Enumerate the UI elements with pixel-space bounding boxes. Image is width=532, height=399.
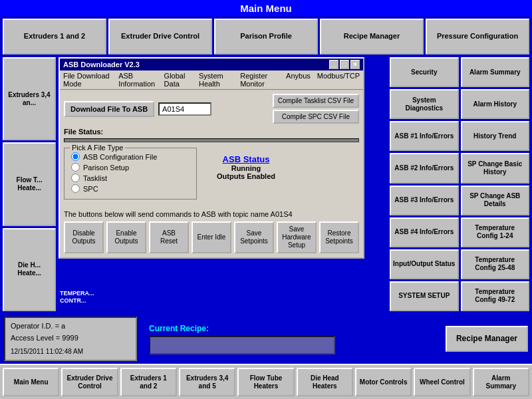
taskbar-btn-extruders-34-tb[interactable]: Extruders 3,4 and 5 [179, 368, 235, 396]
asb-menu-system-health[interactable]: System Health [199, 72, 233, 88]
asb-command-label: The buttons below will send commands to … [64, 210, 359, 218]
right-btn-temp-config-1-24[interactable]: Temperature Config 1-24 [461, 217, 530, 247]
right-btn-history-trend[interactable]: History Trend [461, 121, 530, 151]
asb-cmd-enable-outputs[interactable]: Enable Outputs [106, 221, 146, 253]
asb-title-bar: ASB Downloader V2.3 _ □ ✕ [60, 59, 363, 70]
asb-status-outputs: Outputs Enabled [217, 172, 275, 180]
right-btn-system-setup[interactable]: SYSTEM SETUP [390, 281, 459, 311]
top-tab-extruder-drive[interactable]: Extruder Drive Control [108, 19, 212, 55]
asb-menu-global-data[interactable]: Global Data [164, 72, 192, 88]
asb-row1: Download File To ASB Compile Tasklist CS… [64, 94, 359, 124]
operator-box: Operator I.D. = a Access Level = 9999 12… [4, 317, 137, 360]
file-type-group: Pick A File Type ASB Configuration File … [64, 148, 197, 200]
download-file-button[interactable]: Download File To ASB [64, 101, 154, 117]
current-recipe-label: Current Recipe: [149, 324, 434, 333]
compile-spc-button[interactable]: Compile SPC CSV File [273, 110, 359, 124]
main-content: Extruders 3,4 an...Flow T... Heate...Die… [0, 55, 532, 314]
asb-buttons-row: Disable OutputsEnable OutputsASB ResetEn… [64, 221, 359, 253]
right-btn-asb2[interactable]: ASB #2 Info/Errors [390, 153, 459, 183]
center-area: TEMPERA...CONTR... ASB Downloader V2.3 _… [59, 57, 387, 311]
recipe-value-box [149, 336, 335, 354]
taskbar-btn-flow-tube-tb[interactable]: Flow Tube Heaters [237, 368, 294, 396]
access-level: Access Level = 9999 [11, 332, 130, 344]
current-recipe-area: Current Recipe: [142, 324, 434, 354]
top-nav: Extruders 1 and 2Extruder Drive ControlP… [0, 16, 532, 55]
asb-cmd-save-setpoints[interactable]: Save Setpoints [234, 221, 274, 253]
asb-menu-file-download-mode[interactable]: File Download Mode [63, 72, 112, 88]
asb-menu-modbus/tcp[interactable]: Modbus/TCP [317, 72, 360, 88]
asb-cmd-asb-reset[interactable]: ASB Reset [149, 221, 189, 253]
taskbar-btn-main-menu[interactable]: Main Menu [3, 368, 59, 396]
asb-title-controls: _ □ ✕ [329, 60, 360, 69]
radio-asb-config[interactable]: ASB Configuration File [71, 152, 190, 161]
left-panel: Extruders 3,4 an...Flow T... Heate...Die… [3, 57, 56, 311]
asb-dialog-title: ASB Downloader V2.3 [63, 61, 140, 68]
taskbar: Main MenuExtruder Drive ControlExtruders… [0, 364, 532, 399]
right-btn-sp-change-asb[interactable]: SP Change ASB Details [461, 186, 530, 215]
bg-label: TEMPERA...CONTR... [60, 290, 94, 305]
right-panel: SecurityAlarm SummarySystem DiagnosticsA… [390, 57, 529, 311]
asb-menu-register-monitor[interactable]: Register Monitor [240, 72, 279, 88]
taskbar-btn-extruders-12-tb[interactable]: Extruders 1 and 2 [120, 368, 177, 396]
recipe-manager-button[interactable]: Recipe Manager [446, 326, 528, 352]
bottom-info: Operator I.D. = a Access Level = 9999 12… [0, 314, 532, 364]
right-btn-asb3[interactable]: ASB #3 Info/Errors [390, 186, 459, 215]
compile-btns: Compile Tasklist CSV File Compile SPC CS… [273, 94, 359, 124]
asb-cmd-enter idle[interactable]: Enter Idle [192, 221, 231, 253]
top-tab-pressure-config[interactable]: Pressure Configuration [426, 19, 529, 55]
left-btn-flow-tube[interactable]: Flow T... Heate... [3, 142, 56, 225]
asb-body: Download File To ASB Compile Tasklist CS… [60, 90, 363, 257]
radio-parison-setup[interactable]: Parison Setup [71, 163, 190, 172]
asb-cmd-restore-setpoints[interactable]: Restore Setpoints [319, 221, 359, 253]
file-type-legend: Pick A File Type [70, 144, 125, 152]
title-bar: Main Menu [0, 0, 532, 16]
operator-id: Operator I.D. = a [11, 321, 130, 332]
asb-dialog: ASB Downloader V2.3 _ □ ✕ File Download … [59, 57, 364, 259]
left-btn-extruders-34[interactable]: Extruders 3,4 an... [3, 57, 56, 140]
minimize-button[interactable]: _ [329, 60, 338, 69]
asb-status-title: ASB Status [217, 154, 275, 164]
asb-menu-asb-information[interactable]: ASB Information [118, 72, 157, 88]
left-btn-die-head[interactable]: Die H... Heate... [3, 228, 56, 311]
maximize-button[interactable]: □ [340, 60, 349, 69]
datetime: 12/15/2011 11:02:48 AM [11, 346, 130, 357]
file-status-bar [64, 138, 359, 142]
top-tab-parison-profile[interactable]: Parison Profile [214, 19, 318, 55]
close-button[interactable]: ✕ [350, 60, 360, 69]
asb-cmd-disable-outputs[interactable]: Disable Outputs [64, 221, 104, 253]
right-btn-sp-change-basic[interactable]: SP Change Basic History [461, 153, 530, 183]
app-title: Main Menu [240, 3, 292, 14]
asb-status-running: Running [217, 164, 275, 172]
taskbar-btn-alarm-summary-tb[interactable]: Alarm Summary [473, 368, 529, 396]
right-btn-asb1[interactable]: ASB #1 Info/Errors [390, 121, 459, 151]
top-tab-extruders-12[interactable]: Extruders 1 and 2 [3, 19, 106, 55]
right-btn-temp-config-49-72[interactable]: Temperature Config 49-72 [461, 281, 530, 311]
topic-input[interactable] [158, 102, 211, 116]
compile-tasklist-button[interactable]: Compile Tasklist CSV File [273, 94, 359, 108]
right-btn-temp-config-25-48[interactable]: Temperature Config 25-48 [461, 249, 530, 279]
taskbar-btn-die-head-tb[interactable]: Die Head Heaters [297, 368, 353, 396]
right-btn-security[interactable]: Security [390, 57, 459, 87]
file-status-label: File Status: [64, 128, 359, 136]
right-btn-io-status[interactable]: Input/Output Status [390, 249, 459, 279]
radio-tasklist[interactable]: Tasklist [71, 174, 190, 182]
asb-menu-anybus[interactable]: Anybus [286, 72, 311, 88]
right-btn-asb4[interactable]: ASB #4 Info/Errors [390, 217, 459, 247]
taskbar-btn-wheel-control[interactable]: Wheel Control [414, 368, 470, 396]
right-btn-alarm-history[interactable]: Alarm History [461, 89, 530, 119]
asb-menu-bar: File Download ModeASB InformationGlobal … [60, 70, 363, 90]
right-btn-alarm-summary-r[interactable]: Alarm Summary [461, 57, 530, 87]
taskbar-btn-extruder-drive-ctrl[interactable]: Extruder Drive Control [61, 368, 118, 396]
radio-spc[interactable]: SPC [71, 184, 190, 193]
taskbar-btn-motor-controls[interactable]: Motor Controls [355, 368, 412, 396]
right-btn-system-diag[interactable]: System Diagnostics [390, 89, 459, 119]
asb-status-section: ASB Status Running Outputs Enabled [217, 154, 275, 205]
top-tab-recipe-manager[interactable]: Recipe Manager [320, 19, 424, 55]
asb-cmd-save-hardware-setup[interactable]: Save Hardware Setup [277, 221, 317, 253]
